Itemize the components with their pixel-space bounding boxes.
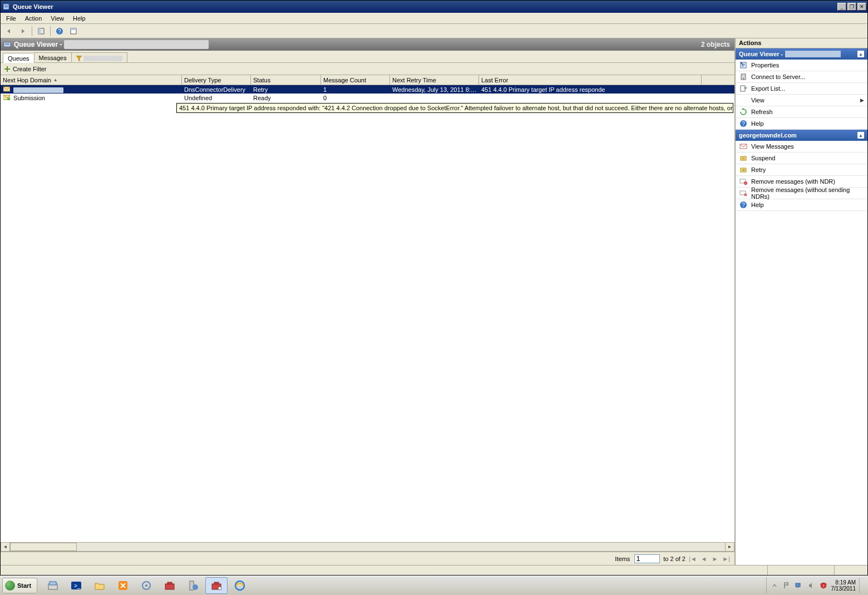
scroll-right-button[interactable]: ► <box>725 542 734 552</box>
app-icon <box>2 2 11 11</box>
menu-bar: File Action View Help <box>1 13 867 24</box>
properties-toolbar-button[interactable] <box>67 25 80 37</box>
actions-group-queueviewer: Queue Viewer - ▲ Properties Connect to S… <box>736 48 867 130</box>
scroll-thumb[interactable] <box>10 543 77 551</box>
maximize-button[interactable]: ❐ <box>847 3 856 11</box>
queue-grid: Next Hop Domain▲ Delivery Type Status Me… <box>1 75 734 565</box>
action-refresh[interactable]: Refresh <box>736 106 867 118</box>
tray-network-icon[interactable] <box>795 581 803 590</box>
col-message-count[interactable]: Message Count <box>321 75 390 85</box>
menu-action[interactable]: Action <box>21 14 47 23</box>
svg-text:!: ! <box>822 583 823 588</box>
actions-group-header[interactable]: georgetowndel.com ▲ <box>736 130 867 141</box>
taskbar-powershell[interactable]: >_ <box>65 577 87 594</box>
actions-group-header[interactable]: Queue Viewer - ▲ <box>736 48 867 60</box>
help-toolbar-button[interactable]: ? <box>53 25 66 37</box>
taskbar-services[interactable] <box>135 577 157 594</box>
col-status[interactable]: Status <box>251 75 321 85</box>
taskbar-queue-viewer[interactable] <box>205 577 228 594</box>
taskbar-folder[interactable] <box>88 577 111 594</box>
grid-row[interactable]: DnsConnectorDelivery Retry 1 Wednesday, … <box>1 85 734 94</box>
window-buttons: _ ❐ ✕ <box>836 3 866 11</box>
cell-next-hop: Submission <box>13 95 45 101</box>
refresh-icon <box>739 107 748 116</box>
content-header: Queue Viewer - 2 objects <box>1 38 734 51</box>
svg-rect-20 <box>741 86 745 91</box>
pager-first[interactable]: |◄ <box>689 555 697 563</box>
back-button[interactable] <box>3 25 15 37</box>
window-title: Queue Viewer <box>13 3 836 10</box>
toolbar-separator <box>50 26 51 36</box>
col-last-error[interactable]: Last Error <box>479 75 702 85</box>
tray-shield-icon[interactable]: ! <box>819 581 828 590</box>
action-suspend[interactable]: Suspend <box>736 153 867 164</box>
svg-rect-24 <box>741 156 746 160</box>
toolbar-separator <box>32 26 32 36</box>
grid-header: Next Hop Domain▲ Delivery Type Status Me… <box>1 75 734 85</box>
svg-rect-45 <box>214 582 219 584</box>
action-properties[interactable]: Properties <box>736 60 867 71</box>
action-remove-no-ndr[interactable]: Remove messages (without sending NDRs) <box>736 188 867 199</box>
action-connect-server[interactable]: Connect to Server... <box>736 71 867 83</box>
pager-last[interactable]: ►| <box>722 555 730 563</box>
scroll-left-button[interactable]: ◄ <box>1 542 10 552</box>
pager-next[interactable]: ► <box>711 555 719 563</box>
menu-help[interactable]: Help <box>68 14 90 23</box>
tab-filter[interactable] <box>71 52 127 62</box>
taskbar-explorer[interactable] <box>42 577 64 594</box>
taskbar-ie[interactable] <box>229 577 251 594</box>
svg-rect-11 <box>5 45 9 45</box>
forward-button[interactable] <box>17 25 29 37</box>
grid-row[interactable]: Submission Undefined Ready 0 <box>1 94 734 102</box>
cell-next-retry: Wednesday, July 13, 2011 8:23:... <box>390 86 479 94</box>
menu-view[interactable]: View <box>46 14 68 23</box>
grid-body: DnsConnectorDelivery Retry 1 Wednesday, … <box>1 85 734 542</box>
server-name-redacted <box>785 51 841 57</box>
taskbar-app-orange[interactable] <box>112 577 134 594</box>
taskbar-toolbox1[interactable] <box>159 577 181 594</box>
create-filter-row: Create Filter <box>1 63 734 75</box>
windows-orb-icon <box>5 581 15 591</box>
col-delivery-type[interactable]: Delivery Type <box>182 75 251 85</box>
show-hide-tree-button[interactable] <box>35 25 47 37</box>
cell-delivery-type: DnsConnectorDelivery <box>182 86 251 94</box>
tray-volume-icon[interactable] <box>807 581 816 590</box>
minimize-button[interactable]: _ <box>837 3 846 11</box>
horizontal-scrollbar[interactable]: ◄ ► <box>1 542 734 552</box>
action-remove-ndr[interactable]: Remove messages (with NDR) <box>736 176 867 188</box>
collapse-icon[interactable]: ▲ <box>857 132 864 139</box>
action-help[interactable]: ? Help <box>736 118 867 130</box>
taskbar-server-manager[interactable] <box>182 577 204 594</box>
show-desktop-button[interactable] <box>859 578 865 593</box>
action-help[interactable]: ? Help <box>736 199 867 211</box>
action-export-list[interactable]: Export List... <box>736 83 867 95</box>
svg-text:?: ? <box>58 28 61 35</box>
cell-last-error: 451 4.4.0 Primary target IP address resp… <box>479 86 702 94</box>
collapse-icon[interactable]: ▲ <box>857 51 864 57</box>
svg-point-46 <box>218 587 221 590</box>
action-retry[interactable]: Retry <box>736 164 867 176</box>
create-filter-link[interactable]: Create Filter <box>13 66 47 72</box>
action-view[interactable]: View ▶ <box>736 95 867 106</box>
close-button[interactable]: ✕ <box>857 3 866 11</box>
tab-queues[interactable]: Queues <box>3 53 34 63</box>
col-next-retry[interactable]: Next Retry Time <box>390 75 479 85</box>
action-view-messages[interactable]: View Messages <box>736 141 867 153</box>
tray-clock[interactable]: 8:19 AM 7/13/2011 <box>831 579 856 592</box>
cell-last-error <box>479 97 702 99</box>
menu-file[interactable]: File <box>2 14 21 23</box>
filter-tab-redacted <box>83 56 122 61</box>
remove-ndr-icon <box>739 177 748 186</box>
taskbar: Start >_ ! 8:19 AM 7/13/2011 <box>0 576 868 595</box>
tray-chevron-icon[interactable] <box>770 581 779 590</box>
pager-input[interactable] <box>634 554 660 563</box>
toolbar: ? <box>1 24 867 38</box>
svg-rect-4 <box>38 28 41 34</box>
pager-prev[interactable]: ◄ <box>700 555 708 563</box>
pager: Items to 2 of 2 |◄ ◄ ► ►| <box>1 552 734 565</box>
tab-messages[interactable]: Messages <box>34 52 72 62</box>
col-next-hop[interactable]: Next Hop Domain▲ <box>1 75 182 85</box>
scroll-track[interactable] <box>10 542 725 552</box>
tray-flag-icon[interactable] <box>782 581 791 590</box>
start-button[interactable]: Start <box>2 578 37 593</box>
